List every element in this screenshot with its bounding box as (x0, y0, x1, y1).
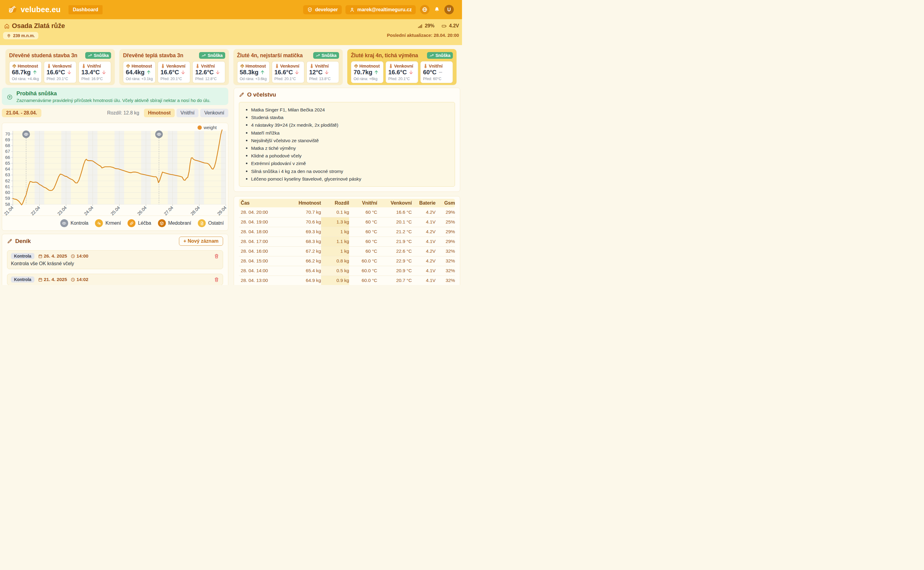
metric-value: 64.4kg (126, 69, 145, 76)
notifications-button[interactable] (434, 6, 440, 13)
delete-entry-button[interactable] (214, 277, 219, 282)
svg-text:27.04: 27.04 (163, 205, 174, 216)
journal-header: Deník + Nový záznam (7, 237, 223, 246)
hive-card-3[interactable]: Žluté 4n, nejstarší matičkaSnůškaHmotnos… (233, 49, 343, 85)
metric-vnitn: Vnitřní60°CPřed: 60°C (420, 61, 453, 83)
avatar-initial: U (447, 7, 451, 12)
brand: velubee.eu (7, 5, 61, 15)
metric-value: 16.6°C (389, 69, 407, 76)
delete-entry-button[interactable] (214, 254, 219, 259)
event-legend-pill[interactable]: Léčba (127, 219, 151, 227)
svg-text:23.04: 23.04 (56, 205, 67, 216)
svg-text:58: 58 (5, 202, 10, 207)
event-legend-label: Kontrola (70, 221, 89, 226)
svg-text:25.04: 25.04 (110, 205, 121, 216)
table-cell: 28. 04. 13:00 (239, 276, 293, 285)
metric-vnitn: Vnitřní12.6°CPřed: 12.8°C (192, 61, 225, 83)
event-legend-droplets[interactable]: Krmení (95, 219, 121, 227)
svg-text:67: 67 (5, 149, 10, 154)
role-badge[interactable]: developer (303, 5, 342, 14)
table-cell: 32% (436, 256, 455, 266)
chart-marker-eye[interactable] (155, 130, 163, 138)
metric-value: 13.4°C (81, 69, 100, 76)
table-cell: 0.5 kg (321, 266, 349, 276)
svg-text:21.04: 21.04 (3, 205, 14, 216)
journal-entry: Kontrola26. 4. 202514:00Kontrola vše OK … (7, 250, 223, 269)
site-title-wrap: Osada Zlatá růže (4, 22, 65, 30)
clock-icon (70, 277, 75, 282)
date-range-badge[interactable]: 21.04. - 28.04. (2, 109, 41, 117)
table-row: 28. 04. 13:0064.9 kg0.9 kg60.0 °C20.7 °C… (239, 276, 455, 285)
hive-card-1[interactable]: Dřevěné studená stavba 3nSnůškaHmotnost6… (6, 49, 115, 85)
metric-tabs: HmotnostVnitřníVenkovní (142, 109, 228, 117)
language-button[interactable] (420, 5, 430, 14)
svg-text:28.04: 28.04 (190, 205, 201, 216)
metric-venkovn: Venkovní16.6°CPřed: 20.1°C (44, 61, 76, 83)
metric-value-row: 70.7kg (353, 69, 381, 76)
table-cell: 28. 04. 16:00 (239, 246, 293, 256)
journal-title-wrap: Deník (7, 238, 31, 245)
table-cell: 0.1 kg (321, 207, 349, 217)
hive-card-4-selected[interactable]: Žluté kraj 4n, tichá výměnaSnůškaHmotnos… (347, 49, 456, 85)
chart-card: 5859606162636465666768697021.0422.0423.0… (2, 123, 228, 231)
avatar[interactable]: U (444, 5, 454, 14)
metric-value-row: 16.6°C (389, 69, 416, 76)
table-cell: 29% (436, 207, 455, 217)
table-cell: 16.6 °C (377, 207, 412, 217)
thermometer-icon (47, 64, 51, 69)
table-cell: 28. 04. 20:00 (239, 207, 293, 217)
event-legend-document[interactable]: Ostatní (198, 219, 224, 227)
metric-label-row: Vnitřní (81, 64, 109, 69)
history-table: ČasHmotnostRozdílVnitřníVenkovníBaterieG… (239, 199, 455, 285)
metric-value: 58.3kg (240, 69, 259, 76)
svg-text:29.04: 29.04 (216, 205, 227, 216)
new-entry-button[interactable]: + Nový záznam (179, 237, 223, 246)
table-cell: 60 °C (349, 227, 377, 237)
metric-value: 12°C (309, 69, 323, 76)
bee-logo-icon (7, 5, 18, 15)
hive-title: Dřevěné studená stavba 3n (9, 52, 77, 59)
nav-dashboard[interactable]: Dashboard (69, 5, 102, 14)
svg-text:60: 60 (5, 190, 10, 195)
metric-label-row: Hmotnost (126, 64, 153, 69)
entry-date: 21. 4. 2025 (38, 277, 67, 282)
metric-sub: Před: 20.1°C (47, 77, 74, 81)
hive-card-header: Žluté 4n, nejstarší matičkaSnůška (237, 52, 339, 59)
clock-icon (70, 254, 75, 259)
metric-label: Venkovní (52, 64, 72, 69)
tab-venkovní[interactable]: Venkovní (200, 109, 228, 117)
table-cell: 70.6 kg (293, 217, 321, 227)
event-legend-eye[interactable]: Kontrola (60, 219, 89, 227)
svg-text:69: 69 (5, 137, 10, 142)
trend-down-icon (66, 69, 72, 75)
table-cell: 0.8 kg (321, 256, 349, 266)
event-legend-cube[interactable]: Medobraní (158, 219, 191, 227)
table-cell: 64.9 kg (293, 276, 321, 285)
chart-legend[interactable]: weight (197, 125, 217, 130)
metric-label: Hmotnost (18, 64, 38, 69)
table-cell: 4.2V (412, 246, 436, 256)
metric-value-row: 12°C (309, 69, 337, 76)
altitude-value: 239 m.n.m. (13, 33, 35, 38)
hive-card-2[interactable]: Dřevěné teplá stavba 3nSnůškaHmotnost64.… (119, 49, 229, 85)
snuska-badge-label: Snůška (436, 53, 450, 58)
about-box: Matka Singer F1, Milan Bečka 2024Studená… (239, 102, 455, 187)
tab-hmotnost[interactable]: Hmotnost (144, 109, 175, 117)
hive-cards-row: Dřevěné studená stavba 3nSnůškaHmotnost6… (0, 49, 462, 85)
metric-value-row: 60°C (423, 69, 450, 76)
trend-up-icon (146, 69, 151, 75)
tab-vnitřní[interactable]: Vnitřní (176, 109, 199, 117)
metric-value: 16.6°C (274, 69, 293, 76)
chart-marker-eye[interactable] (22, 130, 30, 138)
metric-label: Venkovní (394, 64, 413, 69)
table-cell: 4.2V (412, 227, 436, 237)
metric-sub: Před: 60°C (423, 77, 450, 81)
brand-name[interactable]: velubee.eu (21, 5, 61, 14)
calendar-icon (38, 277, 43, 282)
bell-icon (434, 6, 440, 13)
metric-value: 16.6°C (47, 69, 65, 76)
svg-text:weight: weight (203, 125, 217, 130)
site-header-row1: Osada Zlatá růže 29% 4.2V (3, 22, 459, 30)
user-email-badge[interactable]: marek@realtimeguru.cz (346, 5, 416, 14)
scale-icon (353, 64, 358, 69)
